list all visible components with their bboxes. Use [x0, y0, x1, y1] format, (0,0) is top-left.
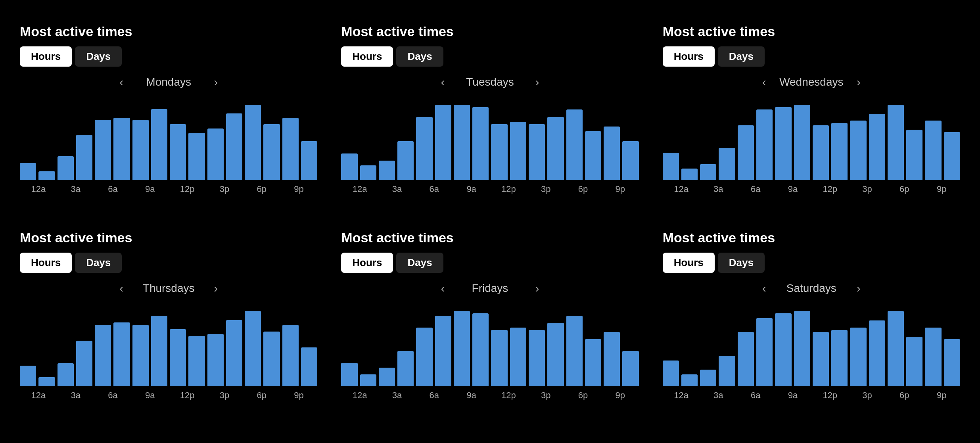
- bar: [719, 356, 735, 386]
- panel-saturday: Most active timesHoursDays‹Saturdays›12a…: [659, 222, 964, 405]
- next-arrow-tuesday[interactable]: ›: [535, 75, 539, 89]
- chart-tuesday: [341, 101, 639, 180]
- panel-friday: Most active timesHoursDays‹Fridays›12a3a…: [337, 222, 642, 405]
- next-arrow-monday[interactable]: ›: [214, 75, 218, 89]
- days-button-wednesday[interactable]: Days: [718, 46, 765, 67]
- day-label-friday: Fridays: [454, 282, 525, 295]
- x-label: 12p: [811, 184, 849, 194]
- bar: [719, 148, 735, 180]
- hours-button-thursday[interactable]: Hours: [20, 253, 72, 273]
- days-button-saturday[interactable]: Days: [718, 253, 765, 273]
- hours-button-saturday[interactable]: Hours: [663, 253, 715, 273]
- prev-arrow-monday[interactable]: ‹: [119, 75, 123, 89]
- bar: [95, 325, 111, 386]
- x-labels-wednesday: 12a3a6a9a12p3p6p9p: [663, 184, 960, 194]
- bar: [756, 318, 773, 386]
- x-labels-friday: 12a3a6a9a12p3p6p9p: [341, 390, 639, 401]
- bar: [397, 141, 414, 180]
- x-label: 12p: [169, 390, 206, 401]
- x-label: 12a: [341, 390, 378, 401]
- bar: [397, 351, 414, 386]
- x-label: 3a: [700, 390, 737, 401]
- bar: [622, 351, 639, 386]
- bar: [869, 320, 885, 386]
- bar: [379, 368, 395, 387]
- bar: [681, 169, 698, 180]
- bar: [869, 114, 885, 180]
- nav-row-thursday: ‹Thursdays›: [20, 282, 317, 295]
- x-label: 6p: [564, 390, 602, 401]
- bar: [207, 334, 224, 386]
- prev-arrow-tuesday[interactable]: ‹: [441, 75, 445, 89]
- bar: [38, 171, 55, 180]
- x-label: 3p: [527, 184, 564, 194]
- title-friday: Most active times: [341, 230, 639, 245]
- x-label: 3a: [700, 184, 737, 194]
- days-button-monday[interactable]: Days: [75, 46, 122, 67]
- panel-tuesday: Most active timesHoursDays‹Tuesdays›12a3…: [337, 16, 642, 198]
- bar: [944, 132, 960, 180]
- prev-arrow-wednesday[interactable]: ‹: [762, 75, 766, 89]
- bar: [435, 316, 451, 386]
- bar: [831, 330, 848, 387]
- hours-button-wednesday[interactable]: Hours: [663, 46, 715, 67]
- bar: [207, 128, 224, 180]
- x-label: 6p: [886, 390, 923, 401]
- prev-arrow-saturday[interactable]: ‹: [762, 282, 766, 295]
- x-label: 12a: [663, 184, 700, 194]
- bar: [547, 117, 564, 180]
- days-button-thursday[interactable]: Days: [75, 253, 122, 273]
- x-label: 3p: [527, 390, 564, 401]
- bar: [113, 118, 130, 180]
- bar: [491, 124, 507, 180]
- x-label: 12p: [811, 390, 849, 401]
- bar: [681, 374, 698, 386]
- x-label: 3p: [206, 184, 243, 194]
- x-label: 6p: [886, 184, 923, 194]
- bar: [547, 323, 564, 386]
- x-label: 12a: [20, 390, 57, 401]
- x-label: 6a: [737, 184, 774, 194]
- bar: [188, 336, 205, 386]
- bar: [906, 130, 922, 180]
- bar: [472, 313, 489, 386]
- bar: [622, 141, 639, 180]
- next-arrow-wednesday[interactable]: ›: [857, 75, 861, 89]
- day-label-thursday: Thursdays: [133, 282, 204, 295]
- next-arrow-saturday[interactable]: ›: [857, 282, 861, 295]
- bar: [95, 120, 111, 180]
- bar: [113, 322, 130, 386]
- x-label: 6p: [564, 184, 602, 194]
- main-grid: Most active timesHoursDays‹Mondays›12a3a…: [16, 16, 964, 405]
- days-button-tuesday[interactable]: Days: [396, 46, 443, 67]
- hours-button-friday[interactable]: Hours: [341, 253, 393, 273]
- bar: [360, 374, 376, 386]
- bar: [245, 311, 261, 386]
- next-arrow-friday[interactable]: ›: [535, 282, 539, 295]
- bar: [585, 339, 601, 386]
- x-label: 6p: [243, 390, 280, 401]
- bar: [454, 311, 470, 386]
- chart-wednesday: [663, 101, 960, 180]
- bar: [925, 121, 941, 180]
- bar: [76, 341, 92, 386]
- bar: [756, 109, 773, 180]
- x-label: 12p: [490, 184, 527, 194]
- days-button-friday[interactable]: Days: [396, 253, 443, 273]
- x-label: 9p: [280, 184, 318, 194]
- bar: [472, 107, 489, 180]
- panel-monday: Most active timesHoursDays‹Mondays›12a3a…: [16, 16, 321, 198]
- toggle-group-tuesday: HoursDays: [341, 46, 639, 67]
- next-arrow-thursday[interactable]: ›: [214, 282, 218, 295]
- bar: [585, 131, 601, 180]
- x-label: 9p: [923, 390, 960, 401]
- hours-button-tuesday[interactable]: Hours: [341, 46, 393, 67]
- day-label-monday: Mondays: [133, 76, 204, 88]
- x-label: 9a: [453, 184, 490, 194]
- prev-arrow-friday[interactable]: ‹: [441, 282, 445, 295]
- hours-button-monday[interactable]: Hours: [20, 46, 72, 67]
- prev-arrow-thursday[interactable]: ‹: [119, 282, 123, 295]
- bar: [604, 332, 620, 386]
- toggle-group-thursday: HoursDays: [20, 253, 317, 273]
- x-label: 12a: [663, 390, 700, 401]
